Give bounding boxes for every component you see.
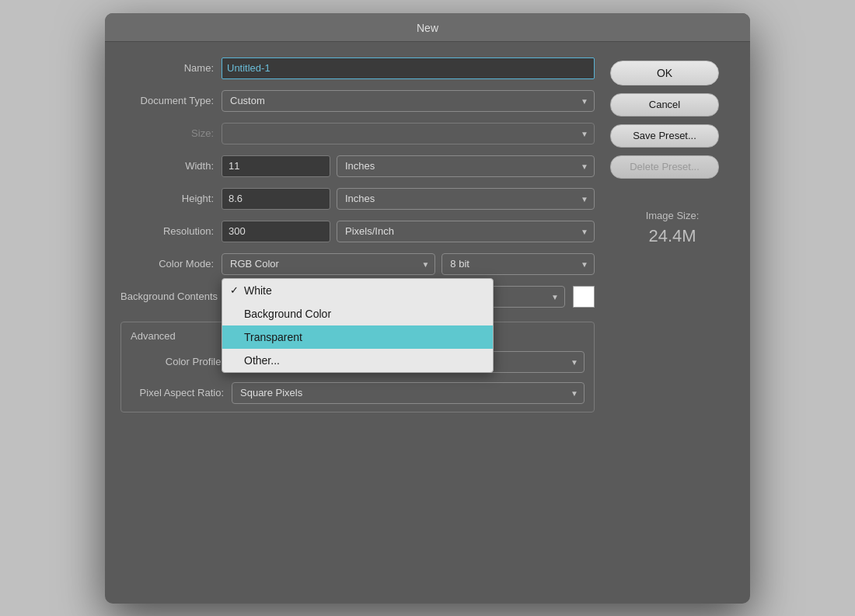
height-label: Height:	[120, 193, 214, 204]
height-row: Height: Pixels Inches Centimeters Millim…	[120, 188, 595, 210]
bit-depth-select-wrapper: 8 bit 16 bit 32 bit ▼	[441, 253, 595, 275]
pixel-aspect-select[interactable]: Square Pixels	[232, 382, 585, 404]
dropdown-item-transparent-label: Transparent	[244, 331, 302, 343]
doc-type-select-wrapper: Custom U.S. Paper International Paper Ph…	[222, 90, 595, 112]
bit-depth-select[interactable]: 8 bit 16 bit 32 bit	[441, 253, 595, 275]
name-input[interactable]	[222, 57, 595, 79]
bg-contents-dropdown: White Background Color Transparent Other…	[222, 278, 494, 373]
dropdown-item-white[interactable]: White	[222, 279, 493, 302]
delete-preset-button[interactable]: Delete Preset...	[610, 155, 719, 179]
size-select[interactable]	[222, 123, 595, 144]
color-mode-label: Color Mode:	[120, 258, 214, 270]
bg-contents-label: Background Contents	[120, 291, 218, 302]
resolution-label: Resolution:	[120, 225, 214, 237]
color-mode-selects: Bitmap Grayscale RGB Color CMYK Color La…	[222, 253, 595, 275]
size-row: Size: ▼	[120, 123, 595, 144]
resolution-input[interactable]	[222, 221, 330, 242]
name-field-container	[222, 57, 595, 79]
doc-type-select[interactable]: Custom U.S. Paper International Paper Ph…	[222, 90, 595, 112]
height-input[interactable]	[222, 188, 330, 210]
pixel-aspect-row: Pixel Aspect Ratio: Square Pixels ▼	[131, 382, 585, 404]
dialog-title-bar: New	[105, 13, 750, 42]
width-field-group: Pixels Inches Centimeters Millimeters Po…	[222, 155, 595, 177]
size-select-wrapper: ▼	[222, 123, 595, 144]
doc-type-label: Document Type:	[120, 95, 214, 106]
width-unit-select[interactable]: Pixels Inches Centimeters Millimeters Po…	[337, 155, 595, 177]
width-row: Width: Pixels Inches Centimeters Millime…	[120, 155, 595, 177]
image-size-value: 24.4M	[610, 226, 735, 246]
image-size-label: Image Size:	[610, 210, 735, 221]
dropdown-item-white-label: White	[244, 284, 272, 297]
resolution-unit-select[interactable]: Pixels/Inch Pixels/Centimeter	[337, 221, 595, 242]
color-mode-select-wrapper: Bitmap Grayscale RGB Color CMYK Color La…	[222, 253, 435, 275]
ok-button[interactable]: OK	[610, 61, 719, 85]
color-mode-select[interactable]: Bitmap Grayscale RGB Color CMYK Color La…	[222, 253, 435, 275]
height-field-group: Pixels Inches Centimeters Millimeters Po…	[222, 188, 595, 210]
resolution-field-group: Pixels/Inch Pixels/Centimeter ▼	[222, 221, 595, 242]
bg-color-swatch[interactable]	[573, 286, 595, 308]
dropdown-item-other-label: Other...	[244, 354, 280, 367]
new-document-dialog: New Name: Document Type: Custom U.S. Pap…	[105, 13, 750, 604]
pixel-aspect-select-wrapper: Square Pixels ▼	[232, 382, 585, 404]
left-panel: Name: Document Type: Custom U.S. Paper I…	[120, 57, 595, 412]
cancel-button[interactable]: Cancel	[610, 93, 719, 117]
dialog-title: New	[417, 22, 438, 34]
save-preset-button[interactable]: Save Preset...	[610, 124, 719, 148]
dropdown-item-background-color[interactable]: Background Color	[222, 302, 493, 325]
height-unit-wrapper: Pixels Inches Centimeters Millimeters Po…	[337, 188, 595, 210]
resolution-row: Resolution: Pixels/Inch Pixels/Centimete…	[120, 221, 595, 242]
right-panel: OK Cancel Save Preset... Delete Preset..…	[610, 57, 735, 412]
dropdown-item-other[interactable]: Other...	[222, 349, 493, 372]
bg-contents-row: Background Contents White Background Col…	[120, 286, 595, 308]
name-row: Name:	[120, 57, 595, 79]
color-mode-row: Color Mode: Bitmap Grayscale RGB Color C…	[120, 253, 595, 275]
width-unit-wrapper: Pixels Inches Centimeters Millimeters Po…	[337, 155, 595, 177]
pixel-aspect-label: Pixel Aspect Ratio:	[131, 387, 224, 398]
height-unit-select[interactable]: Pixels Inches Centimeters Millimeters Po…	[337, 188, 595, 210]
name-label: Name:	[120, 62, 214, 74]
dropdown-item-transparent[interactable]: Transparent	[222, 325, 493, 349]
width-label: Width:	[120, 160, 214, 172]
resolution-unit-wrapper: Pixels/Inch Pixels/Centimeter ▼	[337, 221, 595, 242]
color-profile-label: Color Profile:	[131, 356, 224, 367]
image-size-section: Image Size: 24.4M	[610, 210, 735, 246]
width-input[interactable]	[222, 155, 330, 177]
doc-type-row: Document Type: Custom U.S. Paper Interna…	[120, 90, 595, 112]
dropdown-item-bg-color-label: Background Color	[244, 308, 331, 320]
size-label: Size:	[120, 127, 214, 139]
